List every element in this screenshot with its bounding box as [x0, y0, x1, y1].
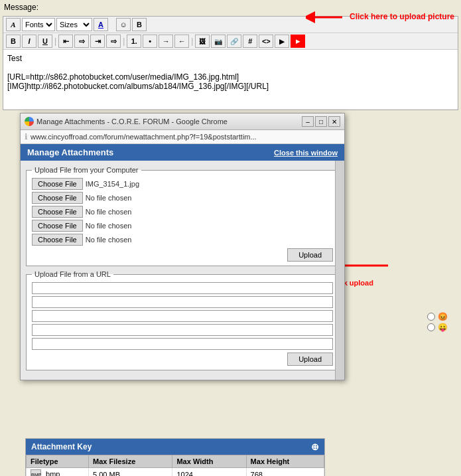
youtube-icon[interactable]: ▶: [291, 35, 305, 48]
font-color-icon[interactable]: A: [94, 18, 108, 31]
upload-btn-row: Upload: [32, 248, 333, 262]
attachment-key-title: Attachment Key: [31, 442, 92, 451]
col-max-filesize: Max Filesize: [89, 455, 172, 468]
code-icon[interactable]: <>: [259, 35, 273, 48]
emoji-row-2: 😛: [427, 323, 448, 332]
modal-header: Manage Attachments Close this window: [21, 144, 344, 161]
align-right-btn[interactable]: ⇥: [90, 35, 105, 48]
align-center-btn[interactable]: ⇨: [74, 35, 89, 48]
chrome-title: Manage Attachments - C.O.R.E. FORUM - Go…: [25, 117, 228, 126]
ol-btn[interactable]: 1.: [127, 35, 141, 48]
upload-url-section: Upload File from a URL Upload: [26, 270, 339, 370]
editor-line3: [URL=http://s862.photobucket.com/user/me…: [7, 72, 454, 82]
choose-file-btn-3[interactable]: Choose File: [32, 206, 83, 218]
attachment-key-header: Attachment Key ⊕: [26, 439, 324, 455]
cell-width-bmp: 1024: [172, 468, 246, 477]
upload-computer-legend: Upload File from your Computer: [32, 166, 141, 174]
url-input-5[interactable]: [32, 338, 333, 350]
upload-url-btn[interactable]: Upload: [287, 353, 333, 366]
upload-computer-section: Upload File from your Computer Choose Fi…: [26, 166, 339, 266]
emoji-radio-2[interactable]: [427, 323, 435, 331]
col-filetype: Filetype: [27, 455, 89, 468]
minimize-btn[interactable]: –: [302, 116, 314, 127]
emoji-icon[interactable]: ☺: [116, 18, 131, 31]
emoji-radio-1[interactable]: [427, 313, 435, 321]
choose-file-btn-2[interactable]: Choose File: [32, 192, 83, 204]
upload-computer-btn[interactable]: Upload: [287, 248, 333, 262]
emoji-panel: 😡 😛: [427, 312, 448, 333]
col-max-width: Max Width: [172, 455, 246, 468]
outdent-btn[interactable]: ←: [174, 35, 189, 48]
col-max-height: Max Height: [246, 455, 324, 468]
chrome-title-bar: Manage Attachments - C.O.R.E. FORUM - Go…: [21, 114, 344, 130]
attachment-key-section: Attachment Key ⊕ Filetype Max Filesize M…: [25, 438, 325, 476]
modal-scrollbar[interactable]: [335, 161, 344, 380]
modal-wrapper: Manage Attachments - C.O.R.E. FORUM - Go…: [0, 113, 461, 438]
underline-btn[interactable]: U: [38, 35, 52, 48]
editor-line2: [7, 63, 454, 72]
upload-arrow-svg: [306, 8, 346, 27]
link-icon[interactable]: 🔗: [227, 35, 241, 48]
file-name-4: No file chosen: [86, 222, 132, 230]
url-input-4[interactable]: [32, 324, 333, 336]
font-style-icon[interactable]: A: [6, 18, 21, 31]
italic-btn[interactable]: I: [22, 35, 36, 48]
attachment-table: Filetype Max Filesize Max Width Max Heig…: [26, 455, 324, 476]
modal-content: Upload File from your Computer Choose Fi…: [21, 161, 344, 380]
file-name-2: No file chosen: [86, 194, 132, 202]
align-justify-btn[interactable]: ⇨: [106, 35, 121, 48]
cell-size-bmp: 5.00 MB: [89, 468, 172, 477]
bold-icon[interactable]: B: [132, 18, 147, 31]
url-inputs: [32, 282, 333, 350]
url-input-1[interactable]: [32, 282, 333, 294]
sep3: |: [191, 37, 193, 46]
hash-icon[interactable]: #: [243, 35, 257, 48]
editor-area: A Fonts Sizes A ☺ B: [3, 16, 458, 110]
close-window-link[interactable]: Close this window: [274, 149, 338, 157]
media-icon[interactable]: ▶: [275, 35, 289, 48]
align-left-btn[interactable]: ⇤: [58, 35, 73, 48]
choose-file-btn-5[interactable]: Choose File: [32, 234, 83, 246]
chrome-logo-icon: [25, 117, 34, 126]
bold-btn[interactable]: B: [6, 35, 21, 48]
attachment-key-icon: ⊕: [311, 441, 319, 452]
address-bar: ℹ www.cincyoffroad.com/forum/newattachme…: [21, 130, 344, 144]
file-row-4: Choose File No file chosen: [32, 220, 333, 232]
toolbar-row2: B I U | ⇤ ⇨ ⇥ ⇨ | 1. • → ← | 🖼 📷 🔗 # <> …: [3, 33, 458, 50]
file-name-1: IMG_3154_1.jpg: [86, 180, 139, 188]
file-name-3: No file chosen: [86, 208, 132, 216]
bmp-type-label: bmp: [46, 470, 60, 476]
choose-file-btn-4[interactable]: Choose File: [32, 220, 83, 232]
sep1: |: [54, 37, 56, 46]
upload-click-text: Click here to upload picture: [350, 12, 454, 23]
url-input-2[interactable]: [32, 296, 333, 308]
ul-btn[interactable]: •: [143, 35, 157, 48]
chrome-window-title: Manage Attachments - C.O.R.E. FORUM - Go…: [36, 118, 228, 125]
editor-content[interactable]: Test [URL=http://s862.photobucket.com/us…: [3, 50, 458, 110]
info-icon: ℹ: [25, 132, 28, 141]
bmp-icon: BMP: [31, 469, 41, 476]
editor-line1: Test: [7, 54, 454, 63]
upload-annotation: Click here to upload picture: [306, 8, 454, 27]
file-row-3: Choose File No file chosen: [32, 206, 333, 218]
upload-url-legend: Upload File from a URL: [32, 270, 113, 278]
emoji-row-1: 😡: [427, 312, 448, 321]
file-name-5: No file chosen: [86, 236, 132, 244]
url-input-3[interactable]: [32, 310, 333, 322]
choose-file-btn-1[interactable]: Choose File: [32, 178, 83, 190]
restore-btn[interactable]: □: [315, 116, 327, 127]
close-btn[interactable]: ✕: [328, 116, 340, 127]
chrome-controls: – □ ✕: [302, 116, 340, 127]
fonts-select[interactable]: Fonts: [22, 18, 55, 31]
image-icon[interactable]: 🖼: [195, 35, 210, 48]
cell-type-bmp: BMP bmp: [27, 468, 89, 477]
toolbar-row1: A Fonts Sizes A ☺ B: [3, 17, 458, 33]
indent-btn[interactable]: →: [159, 35, 173, 48]
main-wrapper: Message: A Fonts Sizes A ☺ B: [0, 0, 461, 476]
cell-height-bmp: 768: [246, 468, 324, 477]
file-row-1: Choose File IMG_3154_1.jpg: [32, 178, 333, 190]
sep2: |: [123, 37, 125, 46]
photo-icon[interactable]: 📷: [211, 35, 226, 48]
sizes-select[interactable]: Sizes: [56, 18, 92, 31]
url-upload-btn-row: Upload: [32, 353, 333, 366]
